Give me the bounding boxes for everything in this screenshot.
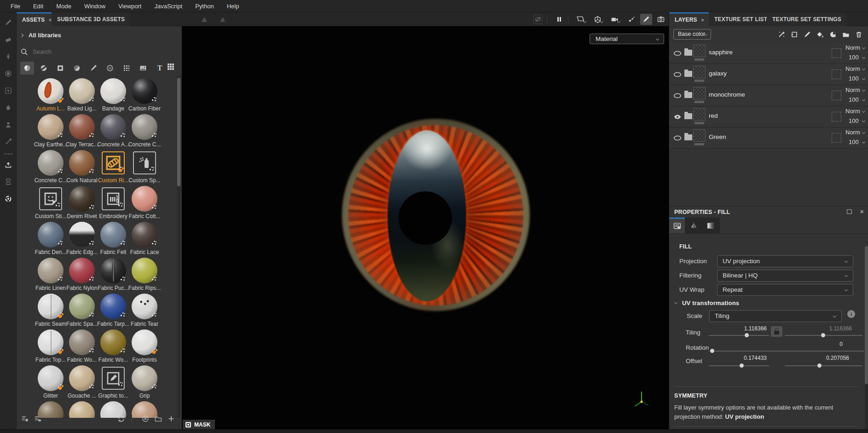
navigation-gizmo[interactable] bbox=[631, 389, 652, 410]
layer-name[interactable]: sapphire bbox=[709, 49, 733, 56]
asset-item[interactable]: Baked Lig... bbox=[66, 78, 98, 114]
shading-mode-dropdown[interactable]: Material bbox=[590, 34, 664, 44]
projection-select[interactable]: UV projection bbox=[717, 255, 853, 267]
visibility-off-icon[interactable] bbox=[673, 70, 682, 79]
scale-select[interactable]: Tiling bbox=[709, 310, 842, 322]
mesh-view-icon[interactable] bbox=[591, 14, 603, 25]
library-selector[interactable]: All libraries bbox=[20, 32, 61, 39]
properties-scrollbar[interactable] bbox=[865, 246, 868, 429]
asset-item[interactable]: Fabric Seam bbox=[35, 293, 66, 329]
asset-item[interactable]: Autumn L... bbox=[35, 78, 66, 114]
slider-knob[interactable] bbox=[739, 363, 744, 368]
asset-item[interactable]: Fabric Puc... bbox=[98, 257, 129, 293]
slider-knob[interactable] bbox=[821, 333, 826, 338]
sync-resources-icon[interactable] bbox=[116, 414, 127, 424]
layer-row[interactable]: redNorm100 bbox=[669, 106, 868, 127]
menu-python[interactable]: Python bbox=[189, 1, 220, 12]
paint-tool-icon[interactable] bbox=[0, 16, 17, 29]
visibility-off-icon[interactable] bbox=[673, 92, 682, 100]
rotation-value[interactable]: 0 bbox=[709, 341, 843, 347]
layer-thumbnail[interactable] bbox=[693, 129, 706, 142]
opacity-value[interactable]: 100 bbox=[849, 54, 859, 61]
add-effect-icon[interactable] bbox=[789, 29, 800, 40]
mask-placeholder-icon[interactable] bbox=[832, 91, 841, 100]
display-settings-icon[interactable] bbox=[574, 14, 586, 25]
smudge-tool-icon[interactable] bbox=[0, 101, 17, 115]
layer-row[interactable]: galaxyNorm100 bbox=[669, 64, 868, 85]
isolate-selection-icon[interactable] bbox=[532, 14, 544, 25]
collapse-icon[interactable] bbox=[674, 301, 677, 304]
filters-filter-icon[interactable] bbox=[70, 62, 84, 75]
asset-item[interactable]: Cork Natural bbox=[66, 150, 98, 185]
blend-mode-dropdown[interactable]: Norm bbox=[845, 65, 860, 72]
channel-dropdown[interactable]: Base color bbox=[673, 29, 711, 40]
asset-item[interactable]: Fabric Edg... bbox=[66, 221, 98, 257]
asset-item[interactable]: Fabric Nylon bbox=[66, 257, 98, 293]
visibility-off-icon[interactable] bbox=[673, 49, 682, 58]
asset-item[interactable]: Bandage bbox=[98, 78, 129, 114]
asset-item[interactable]: Fabric Tear bbox=[129, 293, 160, 329]
clone-tool-icon[interactable] bbox=[0, 118, 17, 132]
asset-item[interactable]: Fabric Cott... bbox=[129, 185, 160, 221]
info-icon[interactable]: i bbox=[847, 310, 855, 318]
offset-x-slider[interactable] bbox=[709, 365, 769, 366]
new-folder-icon[interactable] bbox=[153, 414, 164, 424]
asset-item[interactable]: Fabric Rips... bbox=[129, 257, 160, 293]
particles-icon[interactable] bbox=[625, 14, 637, 25]
scrollbar-thumb[interactable] bbox=[865, 246, 868, 384]
materials-filter-icon[interactable] bbox=[20, 62, 34, 75]
export-textures-icon[interactable] bbox=[0, 158, 17, 172]
asset-item[interactable]: Concrete C... bbox=[129, 114, 160, 150]
resources-updater-icon[interactable] bbox=[0, 192, 17, 206]
asset-item[interactable]: Concrete A... bbox=[98, 114, 129, 150]
asset-item[interactable]: Concrete C... bbox=[35, 150, 66, 185]
asset-item[interactable]: Custom Sti... bbox=[35, 185, 66, 221]
textures-filter-icon[interactable] bbox=[136, 62, 150, 75]
assets-scrollbar[interactable] bbox=[177, 76, 180, 418]
close-icon[interactable]: × bbox=[701, 17, 705, 23]
filtering-select[interactable]: Bilinear | HQ bbox=[717, 270, 853, 282]
add-collection-icon[interactable] bbox=[32, 414, 43, 424]
mask-placeholder-icon[interactable] bbox=[832, 112, 841, 121]
asset-item[interactable]: Fabric Linen bbox=[35, 257, 66, 293]
asset-item[interactable]: Carbon Fiber bbox=[129, 78, 160, 114]
menu-edit[interactable]: Edit bbox=[27, 1, 49, 12]
close-icon[interactable]: × bbox=[860, 208, 864, 215]
slider-knob[interactable] bbox=[710, 348, 715, 353]
patterns-filter-icon[interactable] bbox=[120, 62, 133, 75]
asset-item[interactable]: Custom Sp... bbox=[129, 150, 160, 185]
asset-item[interactable]: Fabric Lace bbox=[129, 221, 160, 257]
blend-mode-dropdown[interactable]: Norm bbox=[845, 87, 860, 93]
delete-layer-icon[interactable] bbox=[853, 29, 864, 40]
asset-item[interactable]: Gouache ... bbox=[66, 365, 98, 401]
blend-mode-dropdown[interactable]: Norm bbox=[845, 44, 860, 51]
history-icon[interactable] bbox=[0, 175, 17, 189]
asset-item[interactable]: Custom Ri... bbox=[98, 150, 129, 185]
asset-item[interactable]: Fabric Den... bbox=[35, 221, 66, 257]
tab-substance-3d-assets[interactable]: SUBSTANCE 3D ASSETS bbox=[52, 12, 130, 26]
layer-row[interactable]: GreenNorm100 bbox=[669, 127, 868, 149]
layer-name[interactable]: galaxy bbox=[709, 70, 727, 77]
layer-thumbnail[interactable] bbox=[693, 45, 706, 57]
detach-panel-icon[interactable] bbox=[847, 209, 852, 214]
menu-viewport[interactable]: Viewport bbox=[112, 1, 147, 12]
camera-view-icon[interactable] bbox=[608, 14, 620, 25]
asset-item[interactable]: Graphic to... bbox=[98, 365, 129, 401]
asset-item[interactable]: Clay Terrac... bbox=[66, 114, 98, 150]
asset-item[interactable]: Glitter bbox=[35, 365, 66, 401]
material-picker-tool-icon[interactable] bbox=[0, 135, 17, 149]
add-fill-layer-icon[interactable] bbox=[815, 29, 826, 40]
blend-mode-dropdown[interactable]: Norm bbox=[845, 108, 860, 115]
slider-knob[interactable] bbox=[744, 333, 749, 338]
menu-file[interactable]: File bbox=[5, 1, 26, 12]
layer-name[interactable]: monochrome bbox=[709, 91, 745, 98]
search-bar[interactable] bbox=[20, 46, 158, 57]
mask-placeholder-icon[interactable] bbox=[832, 133, 841, 143]
add-group-icon[interactable] bbox=[840, 29, 851, 40]
light-rotate-icon[interactable] bbox=[217, 14, 229, 25]
menu-mode[interactable]: Mode bbox=[50, 1, 77, 12]
pause-engine-icon[interactable] bbox=[553, 14, 565, 25]
layer-thumbnail[interactable] bbox=[693, 108, 706, 121]
asset-item[interactable]: Embroidery bbox=[98, 185, 129, 221]
visibility-on-icon[interactable] bbox=[673, 113, 682, 121]
